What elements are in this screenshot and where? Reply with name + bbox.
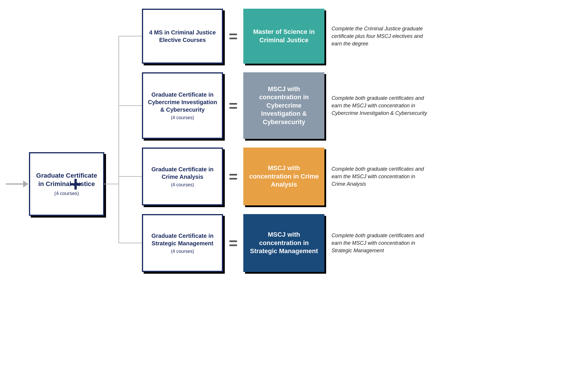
row-2-outcome-title: MSCJ with concentration in Cybercrime In… — [248, 85, 320, 126]
row-3-middle-card: Graduate Certificate in Crime Analysis (… — [142, 148, 223, 205]
plus-sign: + — [70, 172, 82, 196]
row-1-outcome-title: Master of Science in Criminal Justice — [248, 28, 320, 44]
row-3-description: Complete both graduate certificates and … — [331, 165, 430, 188]
row-2-middle-card: Graduate Certificate in Cybercrime Inves… — [142, 72, 223, 139]
row-2-outcome-card: MSCJ with concentration in Cybercrime In… — [243, 72, 324, 139]
left-card-title: Graduate Certificate in Criminal Justice — [35, 172, 98, 188]
row-3: Graduate Certificate in Crime Analysis (… — [142, 148, 588, 205]
row-4-middle-card: Graduate Certificate in Strategic Manage… — [142, 214, 223, 272]
row-4-middle-title: Graduate Certificate in Strategic Manage… — [148, 232, 217, 247]
left-card: Graduate Certificate in Criminal Justice… — [29, 152, 104, 216]
row-3-outcome-title: MSCJ with concentration in Crime Analysi… — [248, 164, 320, 189]
row-1: 4 MS in Criminal Justice Elective Course… — [142, 9, 588, 64]
row-4-outcome-title: MSCJ with concentration in Strategic Man… — [248, 231, 320, 255]
row-4: Graduate Certificate in Strategic Manage… — [142, 214, 588, 272]
row-2-middle-title: Graduate Certificate in Cybercrime Inves… — [148, 91, 217, 113]
row-2: Graduate Certificate in Cybercrime Inves… — [142, 72, 588, 139]
row-3-outcome-card: MSCJ with concentration in Crime Analysi… — [243, 148, 324, 205]
row-2-description: Complete both graduate certificates and … — [331, 94, 430, 117]
row-3-equals: = — [229, 168, 238, 185]
row-1-middle-title: 4 MS in Criminal Justice Elective Course… — [148, 29, 217, 44]
rows-container: 4 MS in Criminal Justice Elective Course… — [142, 9, 588, 281]
row-4-equals: = — [229, 234, 238, 252]
row-4-description: Complete both graduate certificates and … — [331, 232, 430, 254]
row-1-outcome-card: Master of Science in Criminal Justice — [243, 9, 324, 64]
row-4-outcome-card: MSCJ with concentration in Strategic Man… — [243, 214, 324, 272]
row-1-middle-card: 4 MS in Criminal Justice Elective Course… — [142, 9, 223, 64]
row-3-middle-title: Graduate Certificate in Crime Analysis — [148, 165, 217, 181]
row-1-description: Complete the Criminal Justice graduate c… — [331, 25, 430, 47]
row-3-middle-subtitle: (4 courses) — [171, 182, 194, 187]
row-1-equals: = — [229, 27, 238, 45]
row-2-middle-subtitle: (4 courses) — [171, 115, 194, 120]
entry-arrow — [6, 181, 28, 187]
row-2-equals: = — [229, 97, 238, 114]
diagram-container: Graduate Certificate in Criminal Justice… — [0, 0, 588, 368]
row-4-middle-subtitle: (4 courses) — [171, 249, 194, 254]
